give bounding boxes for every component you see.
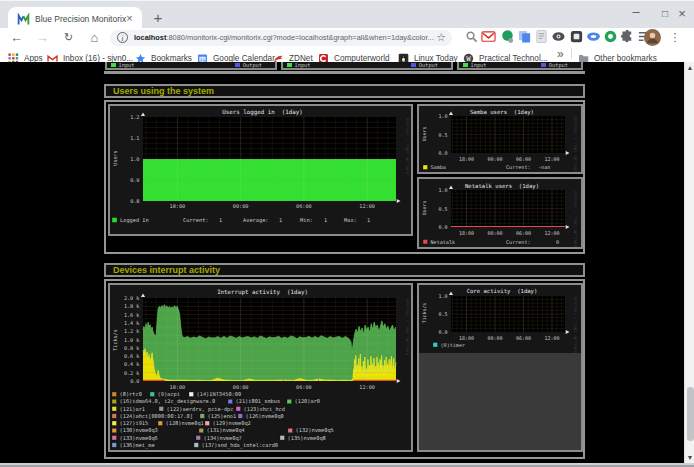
- bookmark-item-linux-today[interactable]: Linux Today: [398, 48, 458, 61]
- graph-samba-users[interactable]: Samba users (1day)Users1.00.50.018:0000:…: [417, 104, 583, 174]
- legend-label: (21)i801_smbus: [236, 398, 281, 405]
- keep-extension-icon[interactable]: [500, 29, 516, 45]
- y-axis-label: Users: [112, 150, 118, 165]
- reload-button[interactable]: ↻: [60, 29, 77, 46]
- x-tick-label: 00:00: [487, 156, 502, 162]
- section-title-users: Users using the system: [113, 86, 214, 96]
- back-button[interactable]: ←: [8, 29, 25, 46]
- legend-swatch: [189, 392, 194, 397]
- legend-label: Min:: [300, 217, 313, 223]
- blue-oval-extension-icon[interactable]: [586, 29, 602, 45]
- legend-swatch: [196, 436, 201, 441]
- legend-input-label: Input: [119, 62, 135, 68]
- graph-title: Samba users (1day): [470, 109, 534, 116]
- legend-label: 0: [556, 239, 559, 245]
- green-circle-extension-icon[interactable]: [603, 29, 619, 45]
- series-shape: [141, 294, 145, 298]
- legend-label: Logged In: [120, 217, 149, 224]
- legend-swatch: [287, 399, 292, 404]
- bookmark-item-zdnet[interactable]: ZDNet: [273, 48, 313, 61]
- x-tick-label: 00:00: [233, 384, 249, 390]
- legend-label: (128)nvme0q1: [166, 420, 204, 427]
- profile-avatar[interactable]: [644, 29, 661, 46]
- new-tab-button[interactable]: +: [149, 9, 167, 27]
- graph-interrupt-activity[interactable]: Interrupt activity (1day)Ticks/s2.0 k1.8…: [108, 283, 413, 452]
- legend-label: (129)nvme0q2: [213, 420, 251, 427]
- window-maximize-button[interactable]: □: [656, 5, 674, 23]
- page-scrollbar[interactable]: ▲ ▼: [684, 62, 694, 463]
- search-extension-icon[interactable]: [464, 29, 480, 45]
- section-title-devices: Devices interrupt activity: [113, 265, 220, 275]
- dark-eye-extension-icon[interactable]: [551, 29, 567, 45]
- page-info-icon[interactable]: i: [117, 32, 128, 43]
- y-tick-label: 0.6 k: [124, 353, 140, 359]
- url-text[interactable]: localhost:8080/monitorix-cgi/monitorix.c…: [134, 32, 434, 43]
- legend-label: Current:: [506, 239, 531, 245]
- legend-label: Current:: [506, 164, 531, 170]
- browser-menu-icon[interactable]: ⋮: [668, 29, 682, 46]
- network-graph-partial-1[interactable]: InputOutput: [105, 62, 277, 70]
- legend-label: (135)nvme0q8: [288, 435, 326, 442]
- doc-page-extension-icon[interactable]: [534, 29, 550, 45]
- bookmark-item-computerworld[interactable]: Computerworld: [318, 48, 390, 61]
- dark-square-extension-icon[interactable]: [569, 29, 585, 45]
- bookmark-item-google-calendar[interactable]: 31Google Calendar: [197, 48, 275, 61]
- tab-close-icon[interactable]: ×: [123, 12, 136, 25]
- legend-label: (127)i915: [120, 420, 149, 426]
- graph-title: Interrupt activity (1day): [217, 289, 308, 296]
- network-graph-partial-3[interactable]: InputOutput: [457, 62, 583, 70]
- zdnet-icon: [273, 50, 284, 61]
- y-tick-label: 1.6 k: [124, 312, 140, 318]
- tab-blue-precision-monitorix[interactable]: Blue Precision Monitorix ×: [8, 7, 142, 29]
- bookmark-item-practical-technol[interactable]: WPractical Technol...: [463, 48, 548, 61]
- window-close-button[interactable]: ×: [673, 5, 691, 23]
- puzzle-extension-icon[interactable]: [620, 29, 636, 45]
- browser-toolbar: ← → ↻ ⌂ i localhost:8080/monitorix-cgi/m…: [0, 28, 694, 47]
- legend-label: (8)rtc0: [120, 391, 142, 397]
- y-tick-label: 0.0: [438, 150, 447, 156]
- window-bottom-edge: [0, 463, 694, 467]
- legend-label: (9)acpi: [158, 391, 180, 398]
- window-minimize-button[interactable]: –: [627, 5, 645, 23]
- x-tick-label: 18:00: [170, 384, 186, 390]
- graph-users-logged-in[interactable]: Users logged in (1day)Users1.21.11.00.90…: [108, 104, 413, 236]
- bookmarks-overflow-chevron[interactable]: »: [557, 47, 564, 61]
- bookmark-item-inbox-16-sjvn0[interactable]: Inbox (16) - sjvn0...: [47, 48, 133, 61]
- y-tick-label: 1.0: [438, 113, 447, 119]
- x-tick-label: 12:00: [359, 203, 375, 209]
- monitorix-favicon-icon: [17, 12, 30, 25]
- scrollbar-thumb[interactable]: [687, 387, 694, 441]
- legend-swatch: [200, 414, 205, 419]
- forward-button[interactable]: →: [34, 29, 51, 46]
- bookmark-item-apps[interactable]: Apps: [8, 48, 43, 61]
- legend-label: 1: [324, 217, 327, 223]
- address-bar[interactable]: i localhost:8080/monitorix-cgi/monitorix…: [110, 30, 452, 46]
- x-tick-label: 18:00: [170, 203, 186, 209]
- legend-swatch: [423, 240, 428, 245]
- legend-swatch: [199, 428, 204, 433]
- y-tick-label: 1.2: [130, 114, 139, 120]
- graph-netatalk-users[interactable]: Netatalk users (1day)Users1.00.50.018:00…: [417, 177, 583, 249]
- y-tick-label: 0.4 k: [124, 361, 140, 367]
- legend-swatch: [433, 343, 438, 348]
- legend-swatch: [288, 428, 293, 433]
- graph-core-activity[interactable]: Core activity (1day)Ticks/s1.00.50.018:0…: [417, 283, 583, 452]
- copy-pages-extension-icon[interactable]: [517, 29, 533, 45]
- legend-swatch: [150, 392, 155, 397]
- legend-label: (131)nvme0q4: [207, 427, 245, 434]
- rrdtool-watermark: RRDTOOL / TOBI OETIKER: [573, 297, 577, 354]
- network-graph-partial-2[interactable]: InputOutput: [281, 62, 453, 70]
- gmail-extension-icon[interactable]: [481, 29, 497, 45]
- section-header-users: Users using the system: [104, 84, 585, 98]
- legend-label: 1: [367, 217, 370, 223]
- bookmark-star-icon[interactable]: ☆: [436, 31, 446, 44]
- legend-swatch: [112, 399, 117, 404]
- calendar-icon: 31: [197, 50, 208, 61]
- scrollbar-down-icon[interactable]: ▼: [685, 452, 694, 463]
- bookmark-item-bookmarks[interactable]: Bookmarks: [135, 48, 192, 61]
- x-tick-label: 00:00: [233, 203, 249, 209]
- scrollbar-up-icon[interactable]: ▲: [685, 62, 694, 73]
- home-button[interactable]: ⌂: [86, 29, 103, 46]
- legend-swatch: [205, 421, 210, 426]
- other-bookmarks-button[interactable]: Other bookmarks: [578, 48, 657, 61]
